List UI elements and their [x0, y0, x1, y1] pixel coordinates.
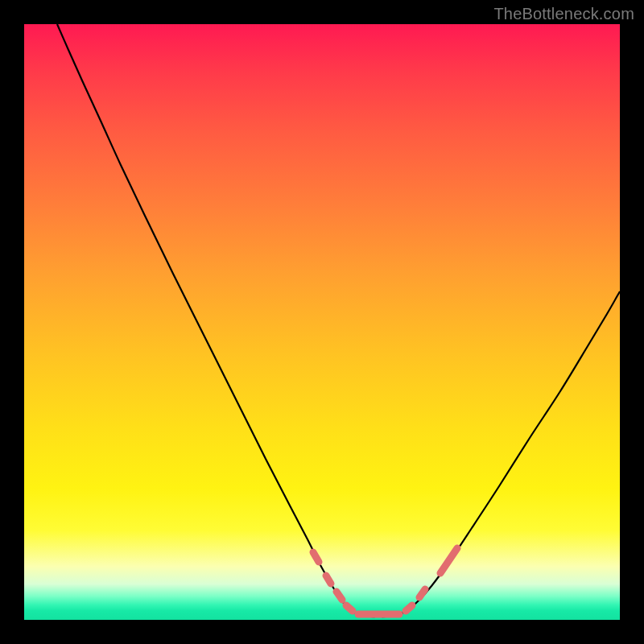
threshold-marker: [326, 576, 331, 584]
bottleneck-curve: [57, 24, 620, 617]
threshold-marker: [406, 605, 412, 611]
watermark-text: TheBottleneck.com: [493, 5, 634, 23]
threshold-marker: [313, 552, 319, 562]
threshold-marker: [336, 592, 342, 600]
chart-frame: TheBottleneck.com: [0, 0, 644, 644]
threshold-marker: [346, 605, 353, 611]
curve-layer: [24, 24, 620, 620]
threshold-marker: [419, 589, 425, 597]
threshold-marker: [440, 548, 457, 573]
plot-area: [24, 24, 620, 620]
